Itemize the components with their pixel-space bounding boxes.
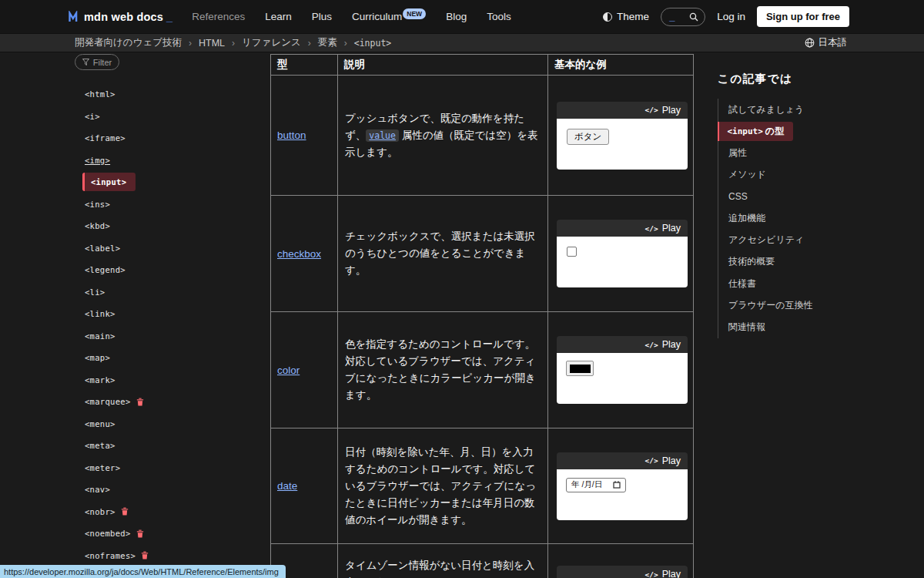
element-tag-label: <meta> — [85, 441, 116, 450]
sidebar-item-ins[interactable]: <ins> — [0, 193, 266, 216]
nav-item-plus[interactable]: Plus — [312, 11, 332, 22]
element-tag-label: <map> — [85, 353, 110, 362]
type-link-checkbox[interactable]: checkbox — [277, 248, 321, 260]
breadcrumb-item[interactable]: リファレンス — [242, 36, 301, 49]
play-button[interactable]: </> Play — [645, 569, 681, 578]
type-link-color[interactable]: color — [277, 365, 300, 376]
sidebar-item-html[interactable]: <html> — [0, 83, 266, 106]
mdn-logo-icon — [68, 11, 81, 22]
signup-button[interactable]: Sign up for free — [757, 6, 849, 27]
toc-item-CSS[interactable]: CSS — [718, 186, 872, 207]
breadcrumb-separator: › — [344, 38, 347, 49]
example-checkbox-widget[interactable] — [567, 247, 577, 257]
element-tag-label: <noembed> — [85, 529, 131, 538]
code-icon: </> — [645, 341, 658, 349]
toc-item-アクセシビリティ[interactable]: アクセシビリティ — [718, 229, 872, 250]
element-tag-label: <nav> — [85, 485, 110, 494]
sidebar-item-legend[interactable]: <legend> — [0, 259, 266, 281]
search-cursor: _ — [669, 13, 675, 21]
language-switcher[interactable]: 日本語 — [805, 36, 848, 49]
col-header-description: 説明 — [338, 55, 548, 76]
code-icon: </> — [645, 106, 658, 114]
value-attribute-link[interactable]: value — [366, 129, 399, 142]
type-link-date[interactable]: date — [277, 480, 297, 492]
toc-item-仕様書[interactable]: 仕様書 — [718, 273, 872, 294]
sidebar-item-kbd[interactable]: <kbd> — [0, 215, 266, 237]
toc-item-label: ブラウザーの互換性 — [728, 299, 812, 312]
toc-item-メソッド[interactable]: メソッド — [718, 164, 872, 186]
toc-item-技術的概要[interactable]: 技術的概要 — [718, 251, 872, 273]
example-color-widget[interactable] — [566, 361, 594, 376]
sidebar-item-map[interactable]: <map> — [0, 347, 266, 369]
element-tag-label: <menu> — [85, 419, 116, 428]
toc-item-追加機能[interactable]: 追加機能 — [718, 207, 872, 229]
sidebar-item-meter[interactable]: <meter> — [0, 457, 266, 479]
play-button[interactable]: </> Play — [645, 105, 681, 116]
element-tag-label: <main> — [85, 331, 116, 341]
toc-item-label: 仕様書 — [728, 277, 756, 291]
code-icon: </> — [645, 224, 658, 233]
toc-item-label: CSS — [728, 191, 748, 202]
breadcrumb-item[interactable]: HTML — [199, 38, 225, 49]
description-button: プッシュボタンで、既定の動作を持たず、value 属性の値（既定では空）を表示し… — [338, 76, 548, 196]
breadcrumb-item[interactable]: <input> — [354, 38, 391, 49]
sidebar-item-nav[interactable]: <nav> — [0, 479, 266, 501]
elements-sidebar: Filter <html><i><iframe><img><input><ins… — [0, 54, 266, 566]
element-tag-label: <img> — [85, 156, 110, 165]
toc-item-関連情報[interactable]: 関連情報 — [718, 317, 872, 338]
sidebar-item-li[interactable]: <li> — [0, 281, 266, 304]
search-input[interactable]: _ — [661, 8, 705, 26]
type-link-button[interactable]: button — [277, 129, 306, 141]
deprecated-trash-icon — [136, 529, 144, 538]
sidebar-item-img[interactable]: <img> — [0, 150, 266, 172]
sidebar-item-nobr[interactable]: <nobr> — [0, 501, 266, 523]
sidebar-item-main[interactable]: <main> — [0, 325, 266, 348]
date-placeholder: 年 /月/日 — [571, 479, 602, 490]
nav-item-learn[interactable]: Learn — [265, 11, 292, 22]
table-row-color: color 色を指定するためのコントロールです。対応しているブラウザーでは、アク… — [271, 312, 694, 428]
nav-item-tools[interactable]: Tools — [487, 11, 511, 22]
sidebar-item-noembed[interactable]: <noembed> — [0, 523, 266, 545]
filter-button[interactable]: Filter — [75, 54, 119, 70]
sidebar-item-noframes[interactable]: <noframes> — [0, 545, 266, 567]
play-button[interactable]: </> Play — [645, 455, 681, 466]
play-button[interactable]: </> Play — [645, 339, 681, 350]
nav-item-blog[interactable]: Blog — [446, 11, 467, 22]
breadcrumb-separator: › — [232, 38, 235, 49]
theme-toggle[interactable]: Theme — [603, 11, 649, 22]
interactive-example-datetime-local: </> Play — [557, 566, 688, 578]
nav-item-references[interactable]: References — [192, 11, 245, 22]
toc-item-属性[interactable]: 属性 — [718, 142, 872, 163]
play-button[interactable]: </> Play — [645, 223, 681, 234]
breadcrumb-bar: 開発者向けのウェブ技術›HTML›リファレンス›要素›<input> 日本語 — [0, 33, 924, 52]
in-this-article: この記事では 試してみましょう<input>の型属性メソッドCSS追加機能アクセ… — [718, 72, 872, 338]
breadcrumb-item[interactable]: 開発者向けのウェブ技術 — [75, 36, 182, 49]
toc-item-の型[interactable]: <input>の型 — [718, 122, 794, 141]
sidebar-item-marquee[interactable]: <marquee> — [0, 391, 266, 413]
main-nav: ReferencesLearnPlusCurriculumNEWBlogTool… — [192, 11, 511, 22]
toc-item-label: 属性 — [728, 146, 747, 160]
description-color: 色を指定するためのコントロールです。対応しているブラウザーでは、アクティブになっ… — [338, 312, 548, 428]
example-button-widget[interactable]: ボタン — [567, 129, 609, 145]
element-tag-label: <input> — [82, 173, 136, 191]
toc-item-試してみましょう[interactable]: 試してみましょう — [718, 99, 872, 120]
sidebar-item-menu[interactable]: <menu> — [0, 413, 266, 435]
toc-item-ブラウザーの互換性[interactable]: ブラウザーの互換性 — [718, 294, 872, 316]
toc-item-label: メソッド — [728, 168, 766, 181]
element-tag-label: <legend> — [85, 265, 126, 274]
breadcrumb-item[interactable]: 要素 — [318, 36, 337, 49]
nav-item-curriculum[interactable]: CurriculumNEW — [352, 11, 426, 22]
sidebar-item-iframe[interactable]: <iframe> — [0, 127, 266, 150]
logo-cursor: _ — [166, 11, 172, 23]
sidebar-item-label[interactable]: <label> — [0, 237, 266, 260]
sidebar-item-link[interactable]: <link> — [0, 303, 266, 325]
sidebar-item-meta[interactable]: <meta> — [0, 435, 266, 457]
sidebar-item-mark[interactable]: <mark> — [0, 369, 266, 391]
mdn-logo[interactable]: mdn web docs _ — [68, 11, 172, 23]
deprecated-trash-icon — [121, 507, 129, 516]
login-link[interactable]: Log in — [717, 11, 745, 22]
sidebar-item-i[interactable]: <i> — [0, 106, 266, 128]
example-date-widget[interactable]: 年 /月/日 — [566, 478, 626, 492]
element-tag-label: <mark> — [85, 375, 116, 385]
sidebar-item-input[interactable]: <input> — [0, 171, 266, 193]
